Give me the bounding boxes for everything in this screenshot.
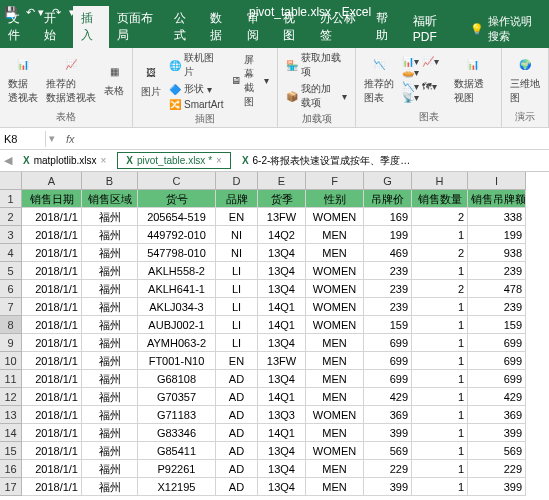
recommended-pivot-button[interactable]: 📈推荐的 数据透视表 xyxy=(44,53,98,107)
cell[interactable]: WOMEN xyxy=(306,442,364,460)
fx-button[interactable]: fx xyxy=(62,133,79,145)
row-header-5[interactable]: 5 xyxy=(0,262,22,280)
cell[interactable]: G85411 xyxy=(138,442,216,460)
cell[interactable]: 2018/1/1 xyxy=(22,478,82,496)
cell[interactable]: 449792-010 xyxy=(138,226,216,244)
cell[interactable]: 1 xyxy=(412,226,468,244)
cell[interactable]: NI xyxy=(216,244,258,262)
row-header-13[interactable]: 13 xyxy=(0,406,22,424)
cell[interactable]: 福州 xyxy=(82,388,138,406)
cell[interactable]: AUBJ002-1 xyxy=(138,316,216,334)
cell[interactable]: LI xyxy=(216,262,258,280)
cell[interactable]: LI xyxy=(216,298,258,316)
cell[interactable]: 13Q4 xyxy=(258,442,306,460)
cell[interactable]: 福州 xyxy=(82,442,138,460)
cell[interactable]: 性别 xyxy=(306,190,364,208)
cell[interactable]: WOMEN xyxy=(306,280,364,298)
cell[interactable]: 239 xyxy=(364,280,412,298)
cell[interactable]: 239 xyxy=(468,262,526,280)
cell[interactable]: 2018/1/1 xyxy=(22,442,82,460)
cell[interactable]: 2018/1/1 xyxy=(22,280,82,298)
cell[interactable]: 399 xyxy=(364,478,412,496)
tab-pagelayout[interactable]: 页面布局 xyxy=(109,6,166,48)
cell[interactable]: 13Q3 xyxy=(258,406,306,424)
cell[interactable]: FT001-N10 xyxy=(138,352,216,370)
cell[interactable]: 2 xyxy=(412,244,468,262)
cell[interactable]: MEN xyxy=(306,334,364,352)
col-header-A[interactable]: A xyxy=(22,172,82,190)
col-header-C[interactable]: C xyxy=(138,172,216,190)
tab-data[interactable]: 数据 xyxy=(202,6,238,48)
cell[interactable]: 199 xyxy=(364,226,412,244)
tell-me-search[interactable]: 💡 操作说明搜索 xyxy=(462,10,549,48)
cell[interactable]: 469 xyxy=(364,244,412,262)
cell[interactable]: 699 xyxy=(468,370,526,388)
cell[interactable]: AKLJ034-3 xyxy=(138,298,216,316)
cell[interactable]: EN xyxy=(216,352,258,370)
cell[interactable]: 2018/1/1 xyxy=(22,388,82,406)
doc-tab-0[interactable]: Xmatplotlib.xlsx× xyxy=(14,152,115,169)
close-icon[interactable]: × xyxy=(216,155,222,166)
row-header-12[interactable]: 12 xyxy=(0,388,22,406)
cell[interactable]: 货号 xyxy=(138,190,216,208)
cell[interactable]: 销售日期 xyxy=(22,190,82,208)
cell[interactable]: 169 xyxy=(364,208,412,226)
cell[interactable]: 1 xyxy=(412,460,468,478)
cell[interactable]: 699 xyxy=(468,334,526,352)
cell[interactable]: AD xyxy=(216,388,258,406)
cell[interactable]: 369 xyxy=(364,406,412,424)
cell[interactable]: LI xyxy=(216,316,258,334)
cell[interactable]: 13Q4 xyxy=(258,370,306,388)
cell[interactable]: 2018/1/1 xyxy=(22,370,82,388)
name-box[interactable]: K8 xyxy=(0,131,46,147)
tab-insert[interactable]: 插入 xyxy=(73,6,109,48)
cell[interactable]: AKLH641-1 xyxy=(138,280,216,298)
cell[interactable]: 1 xyxy=(412,370,468,388)
cell[interactable]: 547798-010 xyxy=(138,244,216,262)
cell[interactable]: 2018/1/1 xyxy=(22,226,82,244)
cell[interactable]: 福州 xyxy=(82,424,138,442)
cell[interactable]: 14Q1 xyxy=(258,388,306,406)
cell[interactable]: 205654-519 xyxy=(138,208,216,226)
cell[interactable]: AD xyxy=(216,370,258,388)
cell[interactable]: 福州 xyxy=(82,478,138,496)
row-header-2[interactable]: 2 xyxy=(0,208,22,226)
cell[interactable]: WOMEN xyxy=(306,262,364,280)
cell[interactable]: 福州 xyxy=(82,334,138,352)
cell[interactable]: 2018/1/1 xyxy=(22,460,82,478)
cell[interactable]: 1 xyxy=(412,262,468,280)
cell[interactable]: 239 xyxy=(364,262,412,280)
cell[interactable]: MEN xyxy=(306,352,364,370)
cell[interactable]: MEN xyxy=(306,424,364,442)
3dmap-button[interactable]: 🌍三维地 图 xyxy=(508,53,542,107)
cell[interactable]: 478 xyxy=(468,280,526,298)
cell[interactable]: 福州 xyxy=(82,370,138,388)
shapes-button[interactable]: 🔷 形状 ▾ xyxy=(167,81,225,97)
cell[interactable]: 699 xyxy=(364,370,412,388)
cell[interactable]: 2018/1/1 xyxy=(22,262,82,280)
cell[interactable]: AD xyxy=(216,424,258,442)
col-header-I[interactable]: I xyxy=(468,172,526,190)
cell[interactable]: 229 xyxy=(364,460,412,478)
get-addins-button[interactable]: 🏪 获取加载项 xyxy=(284,50,349,80)
cell[interactable]: 2018/1/1 xyxy=(22,334,82,352)
pivottable-button[interactable]: 📊数据 透视表 xyxy=(6,53,40,107)
cell[interactable]: AKLH558-2 xyxy=(138,262,216,280)
cell[interactable]: 239 xyxy=(364,298,412,316)
cell[interactable]: 福州 xyxy=(82,352,138,370)
col-header-G[interactable]: G xyxy=(364,172,412,190)
row-header-15[interactable]: 15 xyxy=(0,442,22,460)
row-header-16[interactable]: 16 xyxy=(0,460,22,478)
cell[interactable]: 福州 xyxy=(82,262,138,280)
cell[interactable]: X12195 xyxy=(138,478,216,496)
cell[interactable]: 货季 xyxy=(258,190,306,208)
pivotchart-button[interactable]: 📊数据透视图 xyxy=(452,53,495,107)
cell[interactable]: 2018/1/1 xyxy=(22,208,82,226)
cell[interactable]: NI xyxy=(216,226,258,244)
online-pictures-button[interactable]: 🌐 联机图片 xyxy=(167,50,225,80)
cell[interactable]: 399 xyxy=(468,424,526,442)
cell[interactable]: 13FW xyxy=(258,352,306,370)
cell[interactable]: WOMEN xyxy=(306,316,364,334)
cell[interactable]: 福州 xyxy=(82,460,138,478)
cell[interactable]: AD xyxy=(216,442,258,460)
